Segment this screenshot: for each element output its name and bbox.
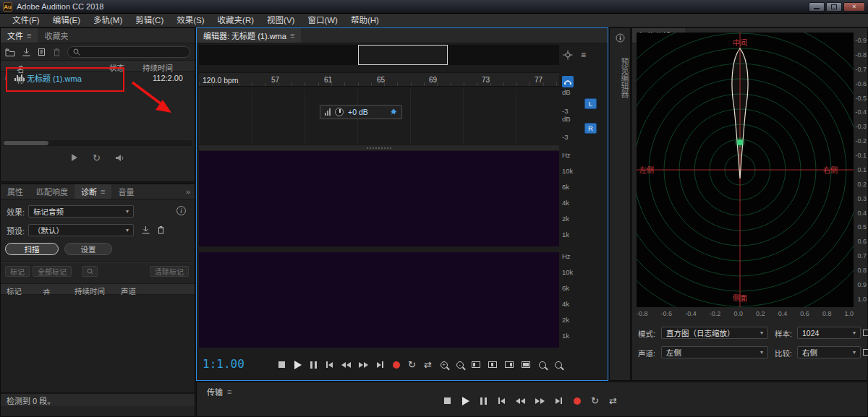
phase-option-checkbox[interactable]: [863, 349, 868, 356]
file-search-input[interactable]: [84, 48, 184, 56]
phase-option-checkbox[interactable]: [863, 330, 868, 336]
play-button[interactable]: [461, 396, 469, 405]
pin-icon[interactable]: [389, 108, 397, 116]
pause-button[interactable]: [310, 360, 318, 369]
rewind-button[interactable]: [516, 396, 525, 405]
gain-knob[interactable]: [335, 108, 344, 116]
loop-playback-button[interactable]: ↻: [591, 396, 599, 405]
menu-item[interactable]: 帮助(H): [344, 14, 386, 27]
compare-label: 比较:: [775, 348, 792, 358]
right-channel-button[interactable]: R: [584, 123, 597, 134]
marker-search-button[interactable]: [82, 266, 98, 277]
channel-dropdown[interactable]: 左侧▾: [661, 346, 768, 358]
diagnostics-results-list[interactable]: [1, 295, 195, 393]
import-file-button[interactable]: [22, 48, 31, 56]
menu-item[interactable]: 编辑(E): [46, 14, 87, 27]
record-button[interactable]: [573, 396, 581, 405]
zoom-in-right-edge-button[interactable]: [505, 360, 514, 369]
skip-to-end-button[interactable]: [555, 396, 563, 405]
settings-button[interactable]: 设置: [64, 243, 112, 255]
mark-button[interactable]: 标记: [5, 266, 30, 277]
tab-diagnostics[interactable]: 诊断 ≡: [75, 184, 111, 199]
files-horizontal-scrollbar[interactable]: [3, 140, 192, 146]
waveform-overview[interactable]: [199, 45, 559, 65]
samples-dropdown[interactable]: 1024▾: [797, 327, 861, 339]
spectrogram-right[interactable]: [199, 252, 559, 348]
scan-button[interactable]: 扫描: [5, 243, 59, 255]
clear-marks-button[interactable]: 清除标记: [150, 266, 189, 277]
phase-y-tick: 0.9: [857, 281, 867, 288]
stop-button[interactable]: [278, 360, 286, 369]
mark-all-button[interactable]: 全部标记: [33, 266, 72, 277]
play-button[interactable]: [294, 360, 302, 369]
waveform-right-channel[interactable]: [199, 117, 559, 144]
loop-playback-button[interactable]: ↻: [408, 360, 416, 369]
skip-to-start-button[interactable]: [498, 396, 506, 405]
zoom-selection-in-button[interactable]: [538, 360, 546, 369]
skip-to-start-button[interactable]: [326, 360, 333, 369]
delete-preset-button[interactable]: [157, 225, 165, 234]
collapsed-panel-tab[interactable]: 预览编辑器: [610, 50, 630, 102]
preview-play-button[interactable]: [70, 153, 78, 163]
zoom-selection-out-button[interactable]: [554, 360, 562, 369]
compare-dropdown[interactable]: 右侧▾: [797, 346, 861, 358]
overview-range-selector[interactable]: [358, 45, 448, 65]
skip-to-end-button[interactable]: [376, 360, 384, 369]
menu-item[interactable]: 收藏夹(R): [211, 14, 260, 27]
left-channel-button[interactable]: L: [584, 98, 597, 109]
skip-selection-button[interactable]: ⇄: [609, 396, 617, 405]
menu-item[interactable]: 多轨(M): [87, 14, 129, 27]
info-panel-icon[interactable]: [616, 33, 625, 43]
zoom-to-selection-button[interactable]: [488, 360, 497, 369]
preview-volume-button[interactable]: [115, 153, 125, 163]
rewind-button[interactable]: [341, 360, 351, 369]
stop-button[interactable]: [443, 396, 451, 405]
menu-item[interactable]: 效果(S): [170, 14, 210, 27]
tab-properties[interactable]: 属性: [1, 184, 30, 199]
tab-volume[interactable]: 音量: [111, 184, 140, 199]
time-display[interactable]: 1:1.00: [203, 357, 244, 371]
info-icon[interactable]: i: [176, 206, 186, 215]
timeline-ruler[interactable]: 120.0 bpm 576165697377: [199, 72, 559, 87]
record-button[interactable]: [392, 360, 400, 369]
tab-favorites[interactable]: 收藏夹: [38, 28, 75, 43]
menu-item[interactable]: 视图(V): [260, 14, 301, 27]
fast-forward-button[interactable]: [359, 360, 368, 369]
new-item-button[interactable]: [38, 48, 46, 56]
panel-menu-icon[interactable]: ≡: [27, 31, 31, 40]
skip-selection-button[interactable]: ⇄: [424, 360, 432, 369]
panel-menu-icon[interactable]: ≡: [227, 387, 231, 396]
panel-menu-icon[interactable]: ≡: [290, 31, 294, 40]
preview-loop-button[interactable]: ↻: [93, 153, 101, 163]
menu-item[interactable]: 文件(F): [6, 14, 46, 27]
tab-editor[interactable]: 编辑器: 无标题 (1).wma ≡: [197, 28, 301, 43]
zoom-full-button[interactable]: [522, 360, 530, 369]
save-preset-button[interactable]: [141, 225, 150, 234]
mode-dropdown[interactable]: 直方图（日志缩放）▾: [661, 327, 768, 339]
menu-item[interactable]: 窗口(W): [301, 14, 344, 27]
maximize-button[interactable]: [826, 2, 842, 12]
tab-files[interactable]: 文件 ≡: [1, 28, 38, 43]
preset-dropdown[interactable]: （默认） ▾: [28, 224, 134, 236]
scrollbar-thumb[interactable]: [4, 141, 48, 145]
panel-splitter[interactable]: [199, 145, 559, 150]
zoom-out-button[interactable]: [456, 360, 464, 369]
panel-menu-icon[interactable]: ≡: [101, 187, 105, 196]
pan-tool-icon[interactable]: [563, 50, 573, 60]
effect-dropdown[interactable]: 标记音频 ▾: [28, 205, 134, 218]
tab-match-loudness[interactable]: 匹配响度: [30, 184, 75, 199]
tab-overflow-icon[interactable]: »: [182, 184, 195, 199]
zoom-in-left-edge-button[interactable]: [472, 360, 480, 369]
spectrogram-left[interactable]: [199, 151, 559, 246]
fast-forward-button[interactable]: [535, 396, 545, 405]
editor-options-icon[interactable]: ≡: [581, 50, 586, 60]
pause-button[interactable]: [480, 396, 488, 405]
trash-button[interactable]: [53, 48, 61, 56]
gain-hud[interactable]: +0 dB: [320, 105, 402, 119]
minimize-button[interactable]: [809, 2, 825, 12]
monitor-button[interactable]: [562, 76, 574, 87]
menu-item[interactable]: 剪辑(C): [129, 14, 170, 27]
close-button[interactable]: ×: [843, 2, 865, 12]
zoom-in-button[interactable]: [440, 360, 448, 369]
open-folder-button[interactable]: [5, 48, 15, 56]
